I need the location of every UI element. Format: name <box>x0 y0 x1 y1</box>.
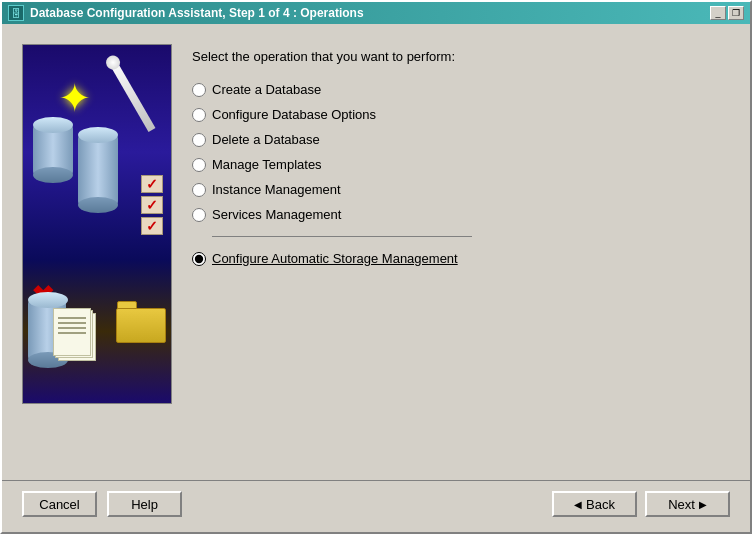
radio-configure-asm[interactable] <box>192 252 206 266</box>
radio-item-configure-options[interactable]: Configure Database Options <box>192 107 730 122</box>
radio-label-configure-asm: Configure Automatic Storage Management <box>212 251 458 266</box>
illustration-panel: ✓ ✓ ✓ ✖ <box>22 44 172 404</box>
radio-services-mgmt[interactable] <box>192 208 206 222</box>
radio-label-create-db: Create a Database <box>212 82 321 97</box>
radio-item-create-db[interactable]: Create a Database <box>192 82 730 97</box>
next-button[interactable]: Next ▶ <box>645 491 730 517</box>
folder-tab <box>117 301 137 309</box>
main-window: 🗄 Database Configuration Assistant, Step… <box>0 0 752 534</box>
radio-instance-mgmt[interactable] <box>192 183 206 197</box>
cylinder-1 <box>33 125 73 175</box>
operations-radio-group: Create a Database Configure Database Opt… <box>192 82 730 266</box>
cancel-button[interactable]: Cancel <box>22 491 97 517</box>
check-item-1: ✓ <box>141 175 163 193</box>
content-area: ✓ ✓ ✓ ✖ <box>2 24 750 480</box>
radio-item-configure-asm[interactable]: Configure Automatic Storage Management <box>192 251 730 266</box>
window-title: Database Configuration Assistant, Step 1… <box>30 6 364 20</box>
right-buttons: ◀ Back Next ▶ <box>552 491 730 517</box>
radio-item-delete-db[interactable]: Delete a Database <box>192 132 730 147</box>
radio-label-instance-mgmt: Instance Management <box>212 182 341 197</box>
radio-configure-options[interactable] <box>192 108 206 122</box>
back-label: Back <box>586 497 615 512</box>
radio-label-configure-options: Configure Database Options <box>212 107 376 122</box>
title-bar-left: 🗄 Database Configuration Assistant, Step… <box>8 5 364 21</box>
radio-label-manage-templates: Manage Templates <box>212 157 322 172</box>
radio-item-instance-mgmt[interactable]: Instance Management <box>192 182 730 197</box>
radio-item-manage-templates[interactable]: Manage Templates <box>192 157 730 172</box>
back-button[interactable]: ◀ Back <box>552 491 637 517</box>
minimize-button[interactable]: _ <box>710 6 726 20</box>
radio-label-services-mgmt: Services Management <box>212 207 341 222</box>
radio-label-delete-db: Delete a Database <box>212 132 320 147</box>
check-item-2: ✓ <box>141 196 163 214</box>
next-arrow-icon: ▶ <box>699 499 707 510</box>
app-icon: 🗄 <box>8 5 24 21</box>
content-inner: ✓ ✓ ✓ ✖ <box>22 44 730 460</box>
restore-button[interactable]: ❐ <box>728 6 744 20</box>
star-decoration <box>53 65 113 125</box>
radio-manage-templates[interactable] <box>192 158 206 172</box>
window-controls: _ ❐ <box>710 6 744 20</box>
radio-item-services-mgmt[interactable]: Services Management <box>192 207 730 222</box>
instruction-text: Select the operation that you want to pe… <box>192 49 730 64</box>
cylinder-2 <box>78 135 118 205</box>
title-bar: 🗄 Database Configuration Assistant, Step… <box>2 2 750 24</box>
checklist-decoration: ✓ ✓ ✓ <box>141 175 163 235</box>
page-1 <box>53 308 91 356</box>
check-item-3: ✓ <box>141 217 163 235</box>
button-bar: Cancel Help ◀ Back Next ▶ <box>2 480 750 532</box>
left-buttons: Cancel Help <box>22 491 182 517</box>
folder-body <box>116 308 166 343</box>
radio-create-db[interactable] <box>192 83 206 97</box>
form-panel: Select the operation that you want to pe… <box>192 44 730 460</box>
back-arrow-icon: ◀ <box>574 499 582 510</box>
radio-delete-db[interactable] <box>192 133 206 147</box>
help-button[interactable]: Help <box>107 491 182 517</box>
next-label: Next <box>668 497 695 512</box>
wand-decoration <box>109 59 156 132</box>
pages-decoration <box>53 308 98 363</box>
separator <box>212 236 472 237</box>
folder-decoration <box>116 308 166 343</box>
